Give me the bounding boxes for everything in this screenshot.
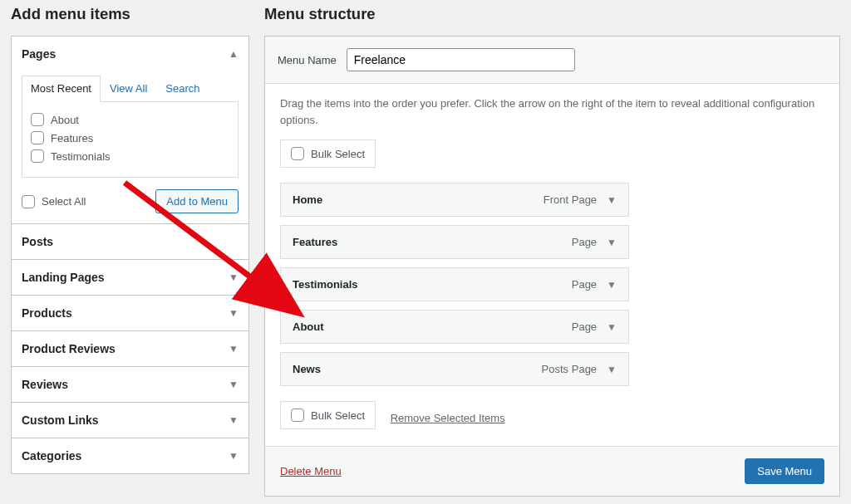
tab-most-recent[interactable]: Most Recent <box>22 76 101 102</box>
page-checkbox-features[interactable] <box>31 131 44 144</box>
tab-view-all[interactable]: View All <box>101 76 156 102</box>
menu-item-title: News <box>293 363 542 375</box>
menu-items-list: Home Front Page ▼ Features Page ▼ Testim… <box>280 183 824 386</box>
chevron-down-icon[interactable]: ▼ <box>607 279 617 291</box>
accordion-panel-product-reviews: Product Reviews ▼ <box>12 331 248 367</box>
chevron-down-icon: ▼ <box>229 272 239 283</box>
accordion-header-categories[interactable]: Categories ▼ <box>12 438 248 473</box>
menu-item-title: Home <box>293 193 544 206</box>
menu-item-features[interactable]: Features Page ▼ <box>280 225 629 259</box>
accordion-panel-categories: Categories ▼ <box>12 438 248 473</box>
menu-name-input[interactable] <box>347 48 575 71</box>
accordion-label: Product Reviews <box>22 342 116 355</box>
add-to-menu-button[interactable]: Add to Menu <box>155 189 239 213</box>
menu-edit-container: Menu Name Drag the items into the order … <box>264 36 840 497</box>
accordion-label: Reviews <box>22 378 68 391</box>
menu-item-title: Testimonials <box>293 278 572 291</box>
accordion-header-product-reviews[interactable]: Product Reviews ▼ <box>12 331 248 366</box>
menu-item-home[interactable]: Home Front Page ▼ <box>280 183 629 217</box>
chevron-down-icon[interactable]: ▼ <box>607 321 617 333</box>
bulk-select-label[interactable]: Bulk Select <box>311 148 365 160</box>
accordion-header-landing-pages[interactable]: Landing Pages ▼ <box>12 260 248 295</box>
delete-menu-link[interactable]: Delete Menu <box>280 465 342 477</box>
page-label[interactable]: Features <box>51 132 93 144</box>
chevron-down-icon[interactable]: ▼ <box>607 194 617 206</box>
menu-structure-title: Menu structure <box>264 5 840 23</box>
bulk-select-label[interactable]: Bulk Select <box>311 409 365 422</box>
accordion-label: Custom Links <box>22 413 99 427</box>
accordion-label: Categories <box>22 449 81 462</box>
menu-item-title: Features <box>293 236 572 248</box>
accordion-label: Pages <box>22 47 56 61</box>
accordion-panel-pages: Pages ▲ Most Recent View All Search Abou… <box>12 37 248 224</box>
menu-item-about[interactable]: About Page ▼ <box>280 310 629 344</box>
accordion-header-reviews[interactable]: Reviews ▼ <box>12 367 248 402</box>
chevron-down-icon: ▼ <box>229 307 239 319</box>
pages-tabs: Most Recent View All Search <box>22 76 239 102</box>
accordion-header-pages[interactable]: Pages ▲ <box>12 37 248 71</box>
page-label[interactable]: Testimonials <box>51 150 111 163</box>
chevron-up-icon: ▲ <box>229 48 239 60</box>
bulk-select-checkbox[interactable] <box>291 409 304 422</box>
save-menu-button[interactable]: Save Menu <box>745 458 824 484</box>
select-all-checkbox[interactable] <box>22 195 35 208</box>
accordion-container: Pages ▲ Most Recent View All Search Abou… <box>11 36 249 474</box>
menu-item-type: Page <box>572 236 597 248</box>
menu-item-type: Front Page <box>544 193 597 206</box>
chevron-down-icon[interactable]: ▼ <box>607 364 617 375</box>
menu-item-type: Page <box>572 321 597 333</box>
chevron-down-icon[interactable]: ▼ <box>607 237 617 248</box>
menu-item-type: Posts Page <box>542 363 598 375</box>
bulk-select-checkbox[interactable] <box>291 147 304 160</box>
bulk-select-bottom: Bulk Select <box>280 401 376 429</box>
page-checkbox-about[interactable] <box>31 113 44 126</box>
menu-name-label: Menu Name <box>278 54 337 66</box>
accordion-header-products[interactable]: Products ▼ <box>12 296 248 330</box>
chevron-down-icon: ▼ <box>229 414 239 426</box>
chevron-down-icon: ▼ <box>229 343 239 355</box>
accordion-header-posts[interactable]: Posts <box>12 224 248 259</box>
bulk-select-top: Bulk Select <box>280 139 376 168</box>
tab-search[interactable]: Search <box>156 76 209 102</box>
menu-item-testimonials[interactable]: Testimonials Page ▼ <box>280 267 629 301</box>
menu-footer: Delete Menu Save Menu <box>265 446 839 496</box>
accordion-label: Posts <box>22 235 53 248</box>
menu-item-title: About <box>293 321 572 333</box>
select-all-label[interactable]: Select All <box>42 195 86 208</box>
remove-selected-link[interactable]: Remove Selected Items <box>391 412 505 424</box>
accordion-panel-posts: Posts <box>12 224 248 260</box>
chevron-down-icon: ▼ <box>229 379 239 390</box>
menu-header: Menu Name <box>265 37 839 84</box>
drag-instructions: Drag the items into the order you prefer… <box>280 95 824 128</box>
accordion-panel-reviews: Reviews ▼ <box>12 367 248 403</box>
accordion-panel-landing-pages: Landing Pages ▼ <box>12 260 248 296</box>
accordion-label: Landing Pages <box>22 271 105 284</box>
add-menu-items-title: Add menu items <box>11 5 249 23</box>
page-label[interactable]: About <box>51 114 79 126</box>
accordion-panel-products: Products ▼ <box>12 296 248 331</box>
accordion-header-custom-links[interactable]: Custom Links ▼ <box>12 403 248 438</box>
accordion-panel-custom-links: Custom Links ▼ <box>12 403 248 438</box>
chevron-down-icon: ▼ <box>229 450 239 462</box>
menu-item-news[interactable]: News Posts Page ▼ <box>280 352 629 386</box>
accordion-label: Products <box>22 306 72 320</box>
menu-item-type: Page <box>572 278 597 291</box>
page-checkbox-testimonials[interactable] <box>31 149 44 163</box>
pages-checkbox-list: About Features Testimonials <box>22 102 239 178</box>
